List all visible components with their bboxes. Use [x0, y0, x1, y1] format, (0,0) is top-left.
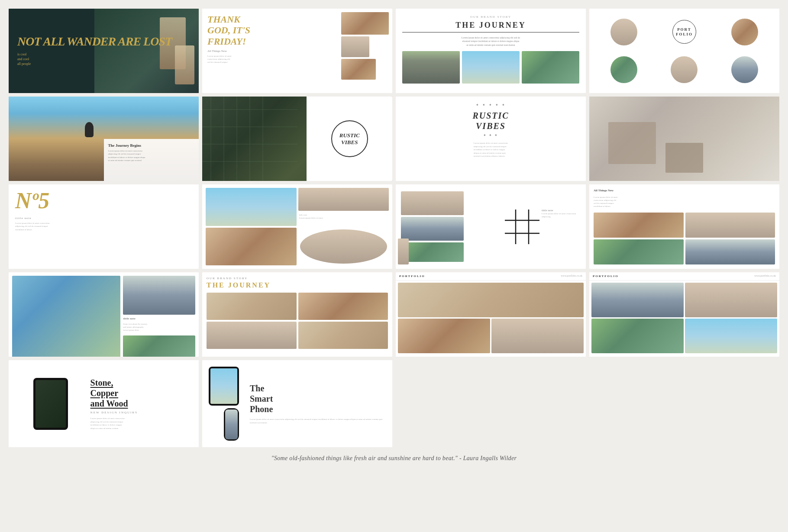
slide-3-body: Lorem ipsum dolor sit amet consectetur a…	[462, 36, 520, 47]
slide-6-rustic-circle: RUSTICVIBES	[331, 120, 368, 157]
slide-5: The Journey Begins Lorem ipsum dolor sit…	[9, 97, 199, 181]
slide-5-title: The Journey Begins	[108, 143, 195, 148]
slide-13-label: tittle note	[123, 317, 195, 320]
slide-8	[589, 97, 779, 181]
slide-2-headline: THANKGOD, IT'SFRIDAY!	[207, 14, 312, 47]
slide-6-white-panel: RUSTICVIBES	[307, 97, 392, 181]
slide-16-img-4	[685, 319, 777, 353]
slide-13-right: tittle note Some text about the journeya…	[123, 276, 195, 357]
slide-9-number: Nº5	[15, 191, 192, 211]
slide-4-portfolio-text: PORTFOLIO	[676, 27, 693, 37]
slide-15-img-main	[398, 283, 584, 317]
slide-14-label: OUR BRAND STORY	[207, 277, 388, 280]
slide-17-body: Lorem ipsum dolor sit amet consecteturad…	[90, 417, 192, 430]
slide-5-person	[85, 122, 94, 137]
slide-17-subtitle: NEW DESIGN INQUIRY	[90, 411, 192, 414]
slide-12-img-1	[594, 213, 684, 238]
slide-10-text: tittle noteLorem ipsum dolor sit amet	[298, 213, 389, 220]
slide-3-images	[402, 51, 579, 84]
slide-6: RUSTICVIBES	[202, 97, 392, 181]
slide-16: PORTFOLIO www.portfolio.co.uk	[589, 272, 779, 357]
slide-1-headline: NOT ALL WANDER ARE LOST	[17, 35, 172, 48]
slide-4-circle-5	[731, 56, 758, 83]
slide-3-label: OUR BRAND STORY	[470, 15, 511, 19]
slide-10: tittle noteLorem ipsum dolor sit amet	[202, 184, 392, 269]
slide-15-url: www.portfolio.co.uk	[561, 274, 582, 278]
slide-4-circle-3	[610, 56, 637, 83]
slide-18-tablet	[209, 367, 239, 406]
slide-3-img-3	[522, 51, 579, 84]
slide-3: OUR BRAND STORY THE JOURNEY Lorem ipsum …	[396, 9, 586, 93]
slide-13-img-3	[123, 335, 195, 357]
slide-18-text: TheSmartPhone Lorem ipsum dolor sit amet…	[245, 383, 386, 424]
slide-12-images	[594, 213, 775, 264]
slide-15-portfolio-label: PORTFOLIO	[399, 274, 425, 278]
slide-11-img-2	[401, 217, 464, 241]
slide-2-subtext: All Things New	[207, 49, 312, 53]
slide-1: NOT ALL WANDER ARE LOST is cooland coola…	[9, 9, 199, 93]
slide-12-img-3	[594, 239, 684, 264]
slide-13-body: Some text about the journeyand nature ph…	[123, 322, 195, 332]
slide-2-img-1	[341, 12, 389, 35]
slide-2-images	[341, 12, 389, 80]
slide-3-img-2	[462, 51, 520, 84]
slide-17-device	[15, 378, 86, 430]
slide-1-person-small	[175, 45, 194, 84]
slide-2: THANKGOD, IT'SFRIDAY! All Things New Lor…	[202, 9, 392, 93]
slide-grid: NOT ALL WANDER ARE LOST is cooland coola…	[9, 9, 779, 447]
slide-14-img-2	[298, 293, 388, 320]
slide-15-img-3	[491, 319, 584, 353]
slide-2-body: Lorem ipsum dolor sit ametconsectetur ad…	[207, 55, 312, 64]
slide-4: PORTFOLIO	[589, 9, 779, 93]
slide-2-img-2	[341, 36, 369, 57]
slide-15-images	[396, 281, 586, 355]
slide-11-small-img	[398, 239, 409, 264]
slide-18-phone	[224, 408, 239, 441]
slide-4-circle-1	[610, 19, 637, 45]
quote-bar: "Some old-fashioned things like fresh ai…	[9, 447, 779, 466]
slide-16-img-3	[685, 283, 777, 317]
slide-3-img-1	[402, 51, 460, 84]
slide-14-img-1	[207, 293, 297, 320]
slide-16-images	[589, 281, 779, 355]
slide-12-body: Lorem ipsum dolor sit ametconsectetur ad…	[594, 196, 775, 208]
slide-3-title: THE JOURNEY	[402, 21, 579, 32]
slide-11-img-3	[401, 242, 464, 262]
slide-16-url: www.portfolio.co.uk	[754, 274, 776, 278]
slide-12-img-2	[685, 213, 775, 238]
slide-10-img-3	[206, 228, 297, 266]
slide-7-deco-bottom: ✦ ✦ ✦	[483, 133, 498, 137]
slide-16-left	[591, 283, 684, 353]
slide-15-img-2	[398, 319, 490, 353]
slide-14-images	[207, 293, 388, 349]
slide-12-label: All Things New	[594, 189, 775, 192]
slide-14: OUR BRAND STORY THE JOURNEY	[202, 272, 392, 357]
slide-2-img-3	[341, 59, 376, 80]
slide-12: All Things New Lorem ipsum dolor sit ame…	[589, 184, 779, 269]
slide-15-header: PORTFOLIO www.portfolio.co.uk	[396, 272, 586, 281]
slide-18-body: Lorem ipsum dolor sit amet consectetur a…	[250, 418, 386, 424]
slide-1-subtext: is cooland coolall people	[17, 52, 172, 67]
slide-10-img-2	[298, 188, 389, 211]
slide-13-img-2	[123, 276, 195, 315]
slide-5-text-area: The Journey Begins Lorem ipsum dolor sit…	[104, 139, 199, 181]
slide-12-img-4	[685, 239, 775, 264]
slide-16-header: PORTFOLIO www.portfolio.co.uk	[589, 272, 779, 281]
slide-4-portfolio-label: PORTFOLIO	[672, 20, 696, 44]
slide-17: Stone,Copperand Wood NEW DESIGN INQUIRY …	[9, 360, 199, 447]
slide-13-img-main	[12, 276, 120, 357]
slide-10-img-circle	[300, 229, 388, 264]
slide-17-tablet-screen	[36, 380, 66, 428]
slide-8-furniture-1	[608, 122, 656, 164]
slide-17-text: Stone,Copperand Wood NEW DESIGN INQUIRY …	[90, 377, 192, 430]
slide-10-right-col: tittle noteLorem ipsum dolor sit amet	[298, 188, 389, 226]
slide-7-rustic-title: RUSTICVIBES	[472, 110, 509, 131]
slide-18-title: TheSmartPhone	[250, 383, 386, 414]
slide-15: PORTFOLIO www.portfolio.co.uk	[396, 272, 586, 357]
slide-4-circle-2	[731, 19, 758, 45]
slide-11-left-photos	[401, 191, 464, 262]
slide-9: Nº5 tittle note Lorem ipsum dolor sit am…	[9, 184, 199, 269]
slide-18-devices	[209, 367, 239, 441]
slide-9-body: Lorem ipsum dolor sit amet consecteturad…	[15, 222, 192, 232]
slide-7-body: Lorem ipsum dolor sit amet consecteturad…	[474, 142, 508, 158]
